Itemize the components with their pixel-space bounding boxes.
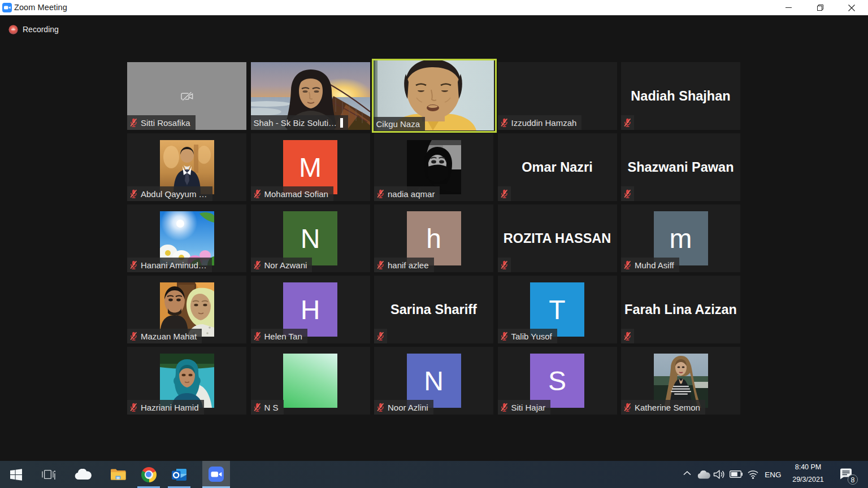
svg-text:8: 8 (851, 476, 855, 484)
